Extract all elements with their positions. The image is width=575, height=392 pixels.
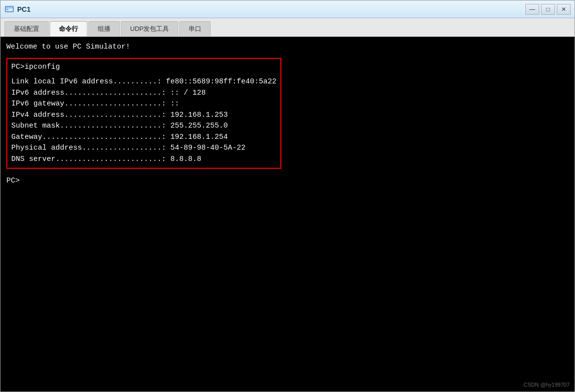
tab-basic-config[interactable]: 基础配置 [4, 21, 49, 36]
gateway-line: Gateway...........................: 192.… [11, 132, 276, 143]
window-title: PC1 [17, 5, 30, 13]
minimize-button[interactable]: — [525, 4, 539, 15]
physical-address-line: Physical address..................: 54-8… [11, 143, 276, 154]
terminal-area[interactable]: Welcome to use PC Simulator! PC>ipconfig… [0, 37, 575, 392]
dns-server-line: DNS server........................: 8.8.… [11, 154, 276, 165]
subnet-mask-line: Subnet mask.......................: 255.… [11, 121, 276, 132]
tab-udp-tool[interactable]: UDP发包工具 [121, 21, 178, 36]
tab-serial[interactable]: 串口 [179, 21, 211, 36]
title-bar: PC1 — □ ✕ [0, 0, 575, 18]
ipv4-address-line: IPv4 address......................: 192.… [11, 110, 276, 121]
svg-rect-2 [6, 9, 8, 10]
link-local-ipv6-line: Link local IPv6 address..........: fe80:… [11, 77, 276, 88]
main-window: PC1 — □ ✕ 基础配置 命令行 组播 UDP发包工具 串口 Welcome… [0, 0, 575, 392]
close-button[interactable]: ✕ [557, 4, 571, 15]
title-controls: — □ ✕ [525, 4, 571, 15]
title-bar-left: PC1 [4, 4, 30, 14]
app-icon [4, 4, 14, 14]
ipv6-address-line: IPv6 address......................: :: /… [11, 88, 276, 99]
watermark: CSDN @hy199707 [523, 382, 570, 388]
tab-bar: 基础配置 命令行 组播 UDP发包工具 串口 [0, 18, 575, 37]
ipv6-gateway-line: IPv6 gateway......................: :: [11, 99, 276, 110]
welcome-message: Welcome to use PC Simulator! [6, 42, 569, 53]
command-line: PC>ipconfig [11, 62, 276, 73]
ipconfig-output-block: PC>ipconfig Link local IPv6 address.....… [6, 58, 281, 169]
prompt-line: PC> [6, 176, 569, 187]
tab-command-line[interactable]: 命令行 [50, 21, 87, 36]
maximize-button[interactable]: □ [541, 4, 555, 15]
tab-multicast[interactable]: 组播 [88, 21, 120, 36]
